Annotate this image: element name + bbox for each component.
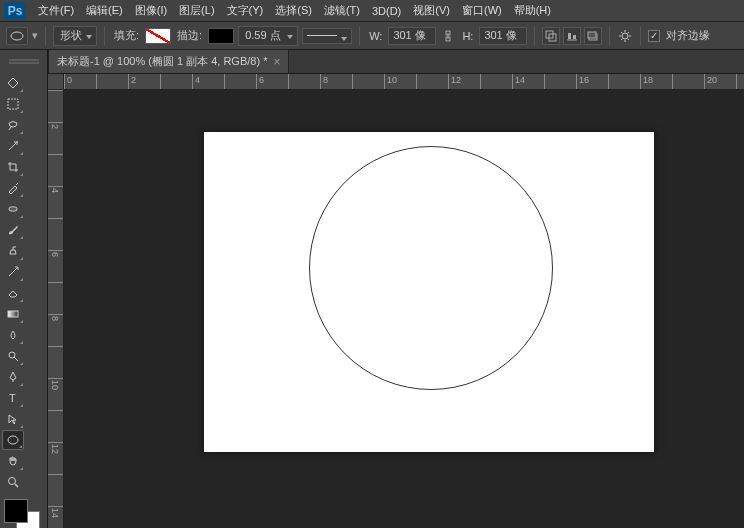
- menu-bar: Ps 文件(F) 编辑(E) 图像(I) 图层(L) 文字(Y) 选择(S) 滤…: [0, 0, 744, 22]
- shape-mode-dropdown[interactable]: 形状: [53, 26, 97, 46]
- svg-rect-19: [8, 99, 18, 109]
- ps-logo: Ps: [4, 2, 26, 20]
- foreground-color[interactable]: [4, 499, 28, 523]
- dodge-tool[interactable]: [2, 346, 24, 366]
- stroke-label: 描边:: [175, 28, 204, 43]
- width-input[interactable]: 301 像: [388, 27, 436, 45]
- stroke-swatch[interactable]: [208, 28, 234, 44]
- menu-filter[interactable]: 滤镜(T): [318, 0, 366, 21]
- svg-rect-4: [568, 33, 571, 39]
- history-brush-tool[interactable]: [2, 262, 24, 282]
- eyedropper-tool[interactable]: [2, 178, 24, 198]
- menu-help[interactable]: 帮助(H): [508, 0, 557, 21]
- fill-swatch[interactable]: [145, 28, 171, 44]
- svg-rect-28: [8, 311, 18, 317]
- tools-panel: T: [0, 50, 48, 528]
- document-tab[interactable]: 未标题-1 @ 100% (椭圆 1 副本 4, RGB/8) * ×: [48, 49, 289, 73]
- active-tool-icon[interactable]: [6, 27, 28, 45]
- options-bar: ▾ 形状 填充: 描边: 0.59 点 W: 301 像 H: 301 像 ✓ …: [0, 22, 744, 50]
- link-wh-icon[interactable]: [440, 28, 456, 44]
- hand-tool[interactable]: [2, 451, 24, 471]
- magic-wand-tool[interactable]: [2, 136, 24, 156]
- menu-3d[interactable]: 3D(D): [366, 2, 407, 20]
- menu-select[interactable]: 选择(S): [269, 0, 318, 21]
- svg-line-14: [628, 39, 629, 40]
- svg-point-27: [15, 209, 16, 210]
- path-selection-tool[interactable]: [2, 409, 24, 429]
- menu-window[interactable]: 窗口(W): [456, 0, 508, 21]
- blur-tool[interactable]: [2, 325, 24, 345]
- eraser-tool[interactable]: [2, 283, 24, 303]
- svg-point-32: [8, 436, 18, 444]
- pen-tool[interactable]: [2, 367, 24, 387]
- ruler-origin[interactable]: [48, 74, 64, 90]
- menu-image[interactable]: 图像(I): [129, 0, 173, 21]
- clone-stamp-tool[interactable]: [2, 241, 24, 261]
- color-swatches[interactable]: [2, 497, 45, 528]
- tab-title: 未标题-1 @ 100% (椭圆 1 副本 4, RGB/8) *: [57, 54, 267, 69]
- menu-file[interactable]: 文件(F): [32, 0, 80, 21]
- menu-view[interactable]: 视图(V): [407, 0, 456, 21]
- canvas-viewport[interactable]: [64, 90, 744, 528]
- brush-tool[interactable]: [2, 220, 24, 240]
- gradient-tool[interactable]: [2, 304, 24, 324]
- document-tab-bar: 未标题-1 @ 100% (椭圆 1 副本 4, RGB/8) * ×: [0, 50, 744, 74]
- svg-line-34: [15, 484, 18, 487]
- h-label: H:: [460, 30, 475, 42]
- stroke-style-dropdown[interactable]: [302, 28, 352, 44]
- svg-line-13: [621, 32, 622, 33]
- options-gear-icon[interactable]: [617, 28, 633, 44]
- menu-edit[interactable]: 编辑(E): [80, 0, 129, 21]
- align-edges-label: 对齐边缘: [664, 28, 712, 43]
- menu-type[interactable]: 文字(Y): [221, 0, 270, 21]
- height-input[interactable]: 301 像: [479, 27, 527, 45]
- fill-label: 填充:: [112, 28, 141, 43]
- marquee-tool[interactable]: [2, 94, 24, 114]
- close-icon[interactable]: ×: [273, 55, 280, 69]
- svg-point-21: [16, 141, 18, 143]
- ellipse-tool[interactable]: [2, 430, 24, 450]
- path-arrange-icon[interactable]: [584, 27, 602, 45]
- svg-point-25: [11, 209, 12, 210]
- svg-line-16: [628, 32, 629, 33]
- ellipse-shape[interactable]: [309, 146, 553, 390]
- move-tool[interactable]: [2, 73, 24, 93]
- lasso-tool[interactable]: [2, 115, 24, 135]
- crop-tool[interactable]: [2, 157, 24, 177]
- align-edges-checkbox[interactable]: ✓: [648, 30, 660, 42]
- path-combine-icon[interactable]: [542, 27, 560, 45]
- svg-line-20: [9, 143, 16, 150]
- w-label: W:: [367, 30, 384, 42]
- svg-line-15: [621, 39, 622, 40]
- healing-brush-tool[interactable]: [2, 199, 24, 219]
- stroke-width-input[interactable]: 0.59 点: [238, 26, 298, 46]
- ruler-vertical[interactable]: 2468101214: [48, 90, 64, 528]
- menu-layer[interactable]: 图层(L): [173, 0, 220, 21]
- svg-point-0: [11, 32, 23, 40]
- zoom-tool[interactable]: [2, 472, 24, 492]
- type-tool[interactable]: T: [2, 388, 24, 408]
- path-align-icon[interactable]: [563, 27, 581, 45]
- svg-rect-5: [573, 35, 576, 39]
- svg-line-30: [14, 357, 18, 361]
- ruler-horizontal[interactable]: 0246810121416182022: [64, 74, 744, 90]
- svg-text:T: T: [9, 392, 16, 404]
- svg-point-8: [622, 33, 628, 39]
- document-canvas[interactable]: [204, 132, 654, 452]
- svg-point-26: [13, 209, 14, 210]
- svg-rect-7: [588, 32, 596, 38]
- toolbar-grip[interactable]: [2, 52, 45, 72]
- svg-point-33: [9, 478, 16, 485]
